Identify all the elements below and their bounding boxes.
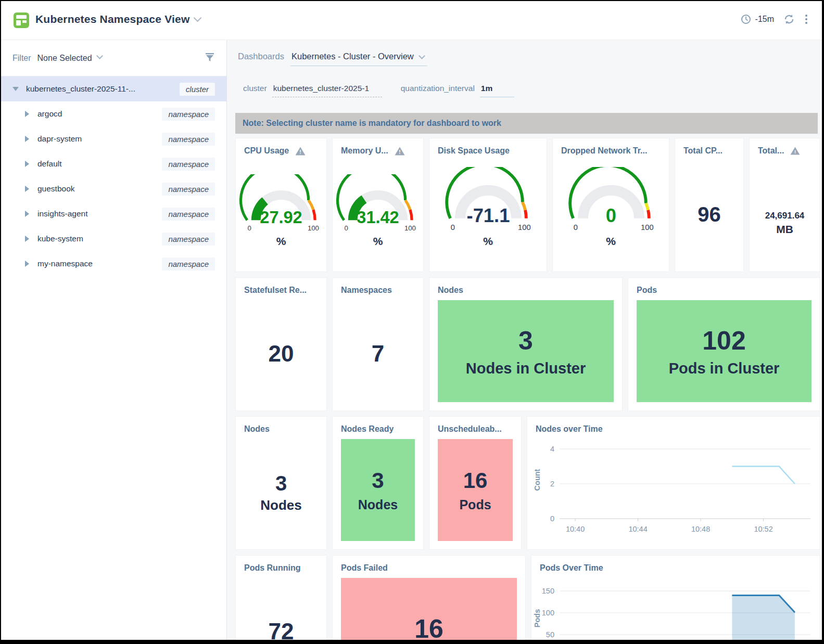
card-title: Dropped Network Tr...	[561, 146, 647, 156]
card-nodes-ready: Nodes Ready 3 Nodes	[332, 416, 424, 550]
namespace-sidebar: Filter None Selected kubernetes_cluster-…	[1, 40, 227, 640]
caret-right-icon[interactable]	[25, 261, 29, 267]
svg-text:100: 100	[518, 223, 530, 231]
card-title: Memory U...	[341, 146, 388, 156]
namespace-badge: namespace	[162, 133, 215, 146]
caret-down-icon[interactable]	[12, 87, 19, 91]
pods-running-value: 72	[269, 619, 294, 640]
time-range-value: -15m	[755, 15, 774, 24]
quantization-param-label: quantization_interval	[401, 84, 475, 93]
caret-right-icon[interactable]	[25, 211, 29, 217]
pods-in-cluster-label: Pods in Cluster	[669, 360, 780, 377]
time-range-selector[interactable]: -15m	[741, 14, 774, 24]
nodes-label: Nodes	[260, 497, 301, 513]
card-statefulset: Statefulset Re... 20	[235, 277, 327, 411]
svg-text:100: 100	[641, 223, 653, 231]
clock-icon	[741, 14, 751, 24]
svg-text:2: 2	[550, 480, 554, 488]
svg-text:0: 0	[550, 514, 554, 523]
unschedulable-value: 16	[463, 468, 488, 493]
app-surface: Kubernetes Namespace View -15m Filter No…	[1, 1, 822, 640]
card-pods-running: Pods Running 72	[235, 555, 327, 640]
pods-failed-box: 16	[341, 578, 517, 640]
card-nodes-over-time: Nodes over Time 02410:4010:4410:4810:52C…	[527, 416, 820, 550]
chevron-down-icon[interactable]	[194, 14, 202, 22]
chart-title: Nodes over Time	[536, 424, 603, 434]
unschedulable-label: Pods	[459, 497, 491, 512]
dashboard-dropdown[interactable]: Kubernetes - Cluster - Overview	[290, 51, 427, 66]
caret-right-icon[interactable]	[25, 236, 29, 242]
svg-text:-71.1: -71.1	[466, 205, 510, 226]
caret-right-icon[interactable]	[25, 136, 29, 142]
card-disk-space-usage: Disk Space Usage -71.10100 %	[429, 138, 547, 272]
chevron-down-icon[interactable]	[419, 53, 425, 59]
app-logo-icon	[14, 12, 29, 28]
card-title: Statefulset Re...	[244, 286, 307, 295]
card-pods-over-time: Pods Over Time 50100150Pods	[531, 555, 820, 640]
unschedulable-box: 16 Pods	[438, 439, 513, 541]
card-title: Total CP...	[683, 146, 722, 156]
tree-item-namespace[interactable]: dapr-systemnamespace	[1, 126, 226, 151]
chart-title: Pods Over Time	[540, 563, 603, 573]
page-title[interactable]: Kubernetes Namespace View	[35, 13, 200, 25]
namespace-badge: namespace	[162, 108, 215, 121]
gauge-unit: %	[276, 235, 286, 248]
card-title: Pods Running	[244, 563, 300, 573]
svg-text:0: 0	[247, 224, 251, 232]
tree-item-namespace[interactable]: insights-agentnamespace	[1, 201, 226, 226]
card-title: Nodes Ready	[341, 424, 394, 434]
cluster-badge: cluster	[180, 83, 215, 96]
cluster-param-label: cluster	[243, 84, 267, 93]
svg-text:0: 0	[344, 224, 348, 232]
cluster-name: kubernetes_cluster-2025-11-...	[26, 84, 135, 94]
disk-gauge: -71.10100	[439, 167, 537, 234]
quantization-param-input[interactable]: 1m	[480, 84, 514, 97]
card-namespaces: Namespaces 7	[332, 277, 424, 411]
tree-item-namespace[interactable]: defaultnamespace	[1, 151, 226, 176]
svg-text:31.42: 31.42	[357, 208, 399, 227]
nodes-ready-value: 3	[372, 468, 384, 493]
cpu-gauge: 27.920100	[237, 174, 325, 234]
svg-text:10:44: 10:44	[628, 525, 647, 533]
card-title: Nodes	[438, 286, 463, 295]
card-title: Total...	[758, 146, 784, 156]
gauge-unit: %	[373, 235, 383, 248]
namespace-name: insights-agent	[37, 209, 88, 218]
warning-icon: !	[295, 147, 306, 156]
card-title: Unscheduleab...	[438, 424, 502, 434]
tree-item-namespace[interactable]: argocdnamespace	[1, 101, 226, 126]
namespace-badge: namespace	[162, 183, 215, 196]
card-title: Namespaces	[341, 286, 392, 295]
svg-text:100: 100	[542, 609, 554, 617]
nodes-ready-box: 3 Nodes	[341, 439, 415, 541]
nodes-in-cluster-box: 3 Nodes in Cluster	[438, 300, 614, 402]
namespace-badge: namespace	[162, 208, 215, 221]
caret-right-icon[interactable]	[25, 186, 29, 192]
more-options-menu[interactable]	[804, 14, 808, 25]
svg-text:!: !	[794, 149, 796, 154]
card-unschedulable: Unscheduleab... 16 Pods	[429, 416, 522, 550]
namespace-badge: namespace	[162, 257, 215, 271]
gauge-unit: %	[606, 235, 616, 248]
card-memory-usage: Memory U... ! 31.420100 %	[332, 138, 424, 272]
caret-right-icon[interactable]	[25, 161, 29, 167]
funnel-filter-icon[interactable]	[205, 52, 215, 65]
svg-text:0: 0	[605, 205, 616, 226]
total-cpu-value: 96	[698, 203, 721, 226]
card-title: Nodes	[244, 424, 270, 434]
cluster-param-input[interactable]: kubernetes_cluster-2025-1	[272, 84, 382, 97]
note-banner: Note: Selecting cluster name is mandator…	[235, 113, 818, 134]
app-window: Kubernetes Namespace View -15m Filter No…	[0, 0, 824, 644]
filter-dropdown[interactable]: None Selected	[37, 54, 92, 63]
tree-item-cluster[interactable]: kubernetes_cluster-2025-11-... cluster	[1, 76, 226, 101]
total-memory-value: 24,691.64	[765, 211, 805, 221]
card-nodes: Nodes 3 Nodes	[235, 416, 327, 550]
dropped-network-gauge: 00100	[562, 167, 660, 234]
tree-item-namespace[interactable]: kube-systemnamespace	[1, 226, 226, 251]
caret-right-icon[interactable]	[25, 111, 29, 117]
card-total-memory: Total... ! 24,691.64 MB	[749, 138, 820, 272]
tree-item-namespace[interactable]: guestbooknamespace	[1, 176, 226, 201]
tree-item-namespace[interactable]: my-namespacenamespace	[1, 251, 226, 276]
refresh-icon[interactable]	[783, 14, 795, 25]
chevron-down-icon[interactable]	[96, 53, 103, 59]
